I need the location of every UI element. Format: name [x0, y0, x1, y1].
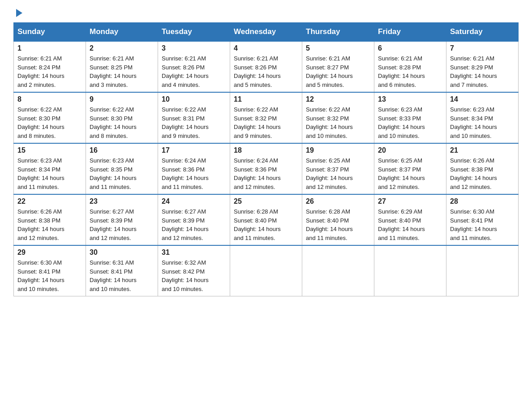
day-info: Sunrise: 6:32 AMSunset: 8:42 PMDaylight:…: [162, 259, 209, 292]
day-info: Sunrise: 6:21 AMSunset: 8:26 PMDaylight:…: [234, 55, 281, 88]
day-info: Sunrise: 6:21 AMSunset: 8:24 PMDaylight:…: [17, 55, 64, 88]
day-info: Sunrise: 6:21 AMSunset: 8:29 PMDaylight:…: [450, 55, 497, 88]
day-cell-19: 19 Sunrise: 6:25 AMSunset: 8:37 PMDaylig…: [302, 143, 374, 194]
day-number: 25: [234, 197, 298, 206]
week-row-5: 29 Sunrise: 6:30 AMSunset: 8:41 PMDaylig…: [14, 245, 519, 296]
day-info: Sunrise: 6:22 AMSunset: 8:32 PMDaylight:…: [306, 106, 353, 139]
day-number: 26: [306, 197, 370, 206]
day-cell-5: 5 Sunrise: 6:21 AMSunset: 8:27 PMDayligh…: [302, 41, 374, 92]
day-cell-26: 26 Sunrise: 6:28 AMSunset: 8:40 PMDaylig…: [302, 194, 374, 245]
day-number: 7: [450, 44, 515, 52]
day-number: 30: [90, 248, 154, 257]
day-cell-24: 24 Sunrise: 6:27 AMSunset: 8:39 PMDaylig…: [158, 194, 230, 245]
day-cell-7: 7 Sunrise: 6:21 AMSunset: 8:29 PMDayligh…: [446, 41, 519, 92]
day-cell-8: 8 Sunrise: 6:22 AMSunset: 8:30 PMDayligh…: [14, 92, 86, 143]
day-info: Sunrise: 6:27 AMSunset: 8:39 PMDaylight:…: [90, 208, 137, 241]
day-info: Sunrise: 6:22 AMSunset: 8:31 PMDaylight:…: [162, 106, 209, 139]
day-cell-12: 12 Sunrise: 6:22 AMSunset: 8:32 PMDaylig…: [302, 92, 374, 143]
day-info: Sunrise: 6:23 AMSunset: 8:34 PMDaylight:…: [17, 157, 64, 190]
day-number: 20: [378, 146, 442, 154]
day-cell-28: 28 Sunrise: 6:30 AMSunset: 8:41 PMDaylig…: [446, 194, 519, 245]
day-info: Sunrise: 6:25 AMSunset: 8:37 PMDaylight:…: [378, 157, 425, 190]
day-number: 2: [90, 44, 154, 52]
logo: [13, 9, 24, 18]
col-header-thursday: Thursday: [302, 23, 374, 42]
col-header-saturday: Saturday: [446, 23, 519, 42]
day-cell-25: 25 Sunrise: 6:28 AMSunset: 8:40 PMDaylig…: [230, 194, 302, 245]
day-number: 19: [306, 146, 370, 154]
day-cell-6: 6 Sunrise: 6:21 AMSunset: 8:28 PMDayligh…: [374, 41, 446, 92]
day-number: 14: [450, 95, 515, 103]
day-cell-11: 11 Sunrise: 6:22 AMSunset: 8:32 PMDaylig…: [230, 92, 302, 143]
day-cell-29: 29 Sunrise: 6:30 AMSunset: 8:41 PMDaylig…: [14, 245, 86, 296]
logo-triangle-icon: [14, 8, 24, 18]
day-number: 8: [17, 95, 82, 103]
day-number: 11: [234, 95, 298, 103]
day-cell-2: 2 Sunrise: 6:21 AMSunset: 8:25 PMDayligh…: [86, 41, 158, 92]
day-info: Sunrise: 6:25 AMSunset: 8:37 PMDaylight:…: [306, 157, 353, 190]
day-cell-18: 18 Sunrise: 6:24 AMSunset: 8:36 PMDaylig…: [230, 143, 302, 194]
day-number: 13: [378, 95, 442, 103]
header-row: SundayMondayTuesdayWednesdayThursdayFrid…: [14, 23, 519, 42]
day-info: Sunrise: 6:27 AMSunset: 8:39 PMDaylight:…: [162, 208, 209, 241]
day-number: 28: [450, 197, 515, 206]
day-cell-15: 15 Sunrise: 6:23 AMSunset: 8:34 PMDaylig…: [14, 143, 86, 194]
day-number: 9: [90, 95, 154, 103]
day-cell-17: 17 Sunrise: 6:24 AMSunset: 8:36 PMDaylig…: [158, 143, 230, 194]
day-number: 18: [234, 146, 298, 154]
day-info: Sunrise: 6:21 AMSunset: 8:27 PMDaylight:…: [306, 55, 353, 88]
day-info: Sunrise: 6:24 AMSunset: 8:36 PMDaylight:…: [162, 157, 209, 190]
day-number: 10: [162, 95, 226, 103]
col-header-friday: Friday: [374, 23, 446, 42]
day-number: 12: [306, 95, 370, 103]
day-cell-3: 3 Sunrise: 6:21 AMSunset: 8:26 PMDayligh…: [158, 41, 230, 92]
empty-cell: [230, 245, 302, 296]
day-cell-14: 14 Sunrise: 6:23 AMSunset: 8:34 PMDaylig…: [446, 92, 519, 143]
day-info: Sunrise: 6:21 AMSunset: 8:28 PMDaylight:…: [378, 55, 425, 88]
day-cell-22: 22 Sunrise: 6:26 AMSunset: 8:38 PMDaylig…: [14, 194, 86, 245]
day-number: 1: [17, 44, 82, 52]
day-info: Sunrise: 6:22 AMSunset: 8:30 PMDaylight:…: [90, 106, 137, 139]
day-info: Sunrise: 6:29 AMSunset: 8:40 PMDaylight:…: [378, 208, 425, 241]
day-number: 21: [450, 146, 515, 154]
empty-cell: [374, 245, 446, 296]
week-row-1: 1 Sunrise: 6:21 AMSunset: 8:24 PMDayligh…: [14, 41, 519, 92]
day-cell-16: 16 Sunrise: 6:23 AMSunset: 8:35 PMDaylig…: [86, 143, 158, 194]
day-number: 29: [17, 248, 82, 257]
day-info: Sunrise: 6:30 AMSunset: 8:41 PMDaylight:…: [17, 259, 64, 292]
day-info: Sunrise: 6:22 AMSunset: 8:32 PMDaylight:…: [234, 106, 281, 139]
day-number: 24: [162, 197, 226, 206]
day-number: 15: [17, 146, 82, 154]
day-info: Sunrise: 6:23 AMSunset: 8:33 PMDaylight:…: [378, 106, 425, 139]
day-cell-4: 4 Sunrise: 6:21 AMSunset: 8:26 PMDayligh…: [230, 41, 302, 92]
day-number: 6: [378, 44, 442, 52]
day-info: Sunrise: 6:24 AMSunset: 8:36 PMDaylight:…: [234, 157, 281, 190]
week-row-2: 8 Sunrise: 6:22 AMSunset: 8:30 PMDayligh…: [14, 92, 519, 143]
day-number: 16: [90, 146, 154, 154]
empty-cell: [446, 245, 519, 296]
day-cell-10: 10 Sunrise: 6:22 AMSunset: 8:31 PMDaylig…: [158, 92, 230, 143]
day-info: Sunrise: 6:23 AMSunset: 8:35 PMDaylight:…: [90, 157, 137, 190]
day-info: Sunrise: 6:28 AMSunset: 8:40 PMDaylight:…: [234, 208, 281, 241]
page-header: [13, 9, 519, 18]
empty-cell: [302, 245, 374, 296]
day-info: Sunrise: 6:22 AMSunset: 8:30 PMDaylight:…: [17, 106, 64, 139]
day-cell-30: 30 Sunrise: 6:31 AMSunset: 8:41 PMDaylig…: [86, 245, 158, 296]
day-cell-23: 23 Sunrise: 6:27 AMSunset: 8:39 PMDaylig…: [86, 194, 158, 245]
day-info: Sunrise: 6:23 AMSunset: 8:34 PMDaylight:…: [450, 106, 497, 139]
day-number: 4: [234, 44, 298, 52]
day-number: 27: [378, 197, 442, 206]
day-info: Sunrise: 6:21 AMSunset: 8:25 PMDaylight:…: [90, 55, 137, 88]
day-info: Sunrise: 6:26 AMSunset: 8:38 PMDaylight:…: [17, 208, 64, 241]
day-info: Sunrise: 6:28 AMSunset: 8:40 PMDaylight:…: [306, 208, 353, 241]
day-cell-20: 20 Sunrise: 6:25 AMSunset: 8:37 PMDaylig…: [374, 143, 446, 194]
day-cell-13: 13 Sunrise: 6:23 AMSunset: 8:33 PMDaylig…: [374, 92, 446, 143]
col-header-sunday: Sunday: [14, 23, 86, 42]
day-number: 17: [162, 146, 226, 154]
day-number: 22: [17, 197, 82, 206]
day-cell-27: 27 Sunrise: 6:29 AMSunset: 8:40 PMDaylig…: [374, 194, 446, 245]
day-cell-1: 1 Sunrise: 6:21 AMSunset: 8:24 PMDayligh…: [14, 41, 86, 92]
col-header-tuesday: Tuesday: [158, 23, 230, 42]
calendar-table: SundayMondayTuesdayWednesdayThursdayFrid…: [13, 22, 519, 296]
day-number: 5: [306, 44, 370, 52]
